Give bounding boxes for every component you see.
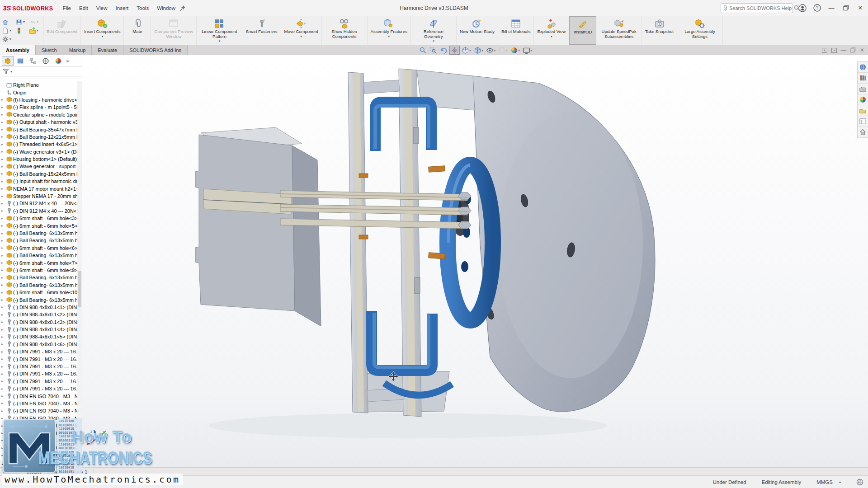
maximize-restore-button[interactable] — [841, 3, 851, 13]
user-account-icon[interactable] — [797, 3, 807, 13]
units-selector[interactable]: MMGS ▴ — [816, 479, 841, 485]
hide-show-items-button[interactable]: ▾ — [485, 46, 496, 55]
tree-item[interactable]: ▸(-) Ball Bearing-15x24x5mm h1 — [0, 170, 77, 178]
expand-arrow-icon[interactable]: ▸ — [1, 202, 6, 206]
show-hidden-components-button[interactable]: Show Hidden Components — [322, 16, 368, 45]
menu-tools[interactable]: Tools — [133, 4, 152, 12]
expand-arrow-icon[interactable]: ▸ — [1, 127, 6, 131]
pane-split-left-icon[interactable] — [822, 48, 827, 53]
help-icon[interactable]: ? — [812, 3, 822, 13]
menu-window[interactable]: Window — [154, 4, 179, 12]
expand-arrow-icon[interactable]: ▸ — [1, 394, 6, 398]
tree-item[interactable]: ▸(-) Flex spline - m 1point5 - 50 — [0, 103, 77, 111]
tree-item[interactable]: ▸Circular spline - module 1poin — [0, 111, 77, 118]
save-button[interactable]: ▾ — [15, 19, 29, 26]
expand-arrow-icon[interactable]: ▸ — [1, 187, 6, 191]
minimize-button[interactable]: — — [826, 3, 836, 13]
expand-arrow-icon[interactable]: ▸ — [1, 239, 6, 243]
expand-arrow-icon[interactable]: ▸ — [1, 157, 6, 161]
panel-tab-display-manager[interactable] — [52, 56, 64, 66]
tree-item[interactable]: ▸(-) 6mm shaft - 6mm hole<5> — [0, 222, 77, 229]
custom-properties-button[interactable] — [858, 127, 868, 138]
dropdown-caret-icon[interactable]: ▾ — [219, 39, 221, 43]
tree-item[interactable]: ▸(-) DIN 912 M4 x 40 --- 20N<3> — [0, 207, 77, 215]
doc-restore-button[interactable] — [850, 47, 856, 53]
exploded-view-button[interactable]: Exploded View▾ — [534, 16, 569, 45]
instant3d-button[interactable]: Instant3D — [569, 16, 596, 45]
tree-item[interactable]: ▸(-) Ball Bearing- 6x13x5mm h1 — [0, 296, 77, 303]
panel-tab-features-tree[interactable] — [2, 56, 14, 66]
expand-arrow-icon[interactable]: ▸ — [1, 98, 6, 102]
tree-item[interactable]: ▸Housing bottom<1> (Default) — [0, 155, 77, 163]
bill-of-materials-button[interactable]: Bill of Materials — [498, 16, 534, 45]
tree-item[interactable]: ▸NEMA 17 motor mount h2<1> — [0, 185, 77, 192]
expand-arrow-icon[interactable]: ▸ — [1, 372, 6, 376]
expand-arrow-icon[interactable]: ▸ — [1, 387, 6, 391]
tree-item[interactable]: ▸(-) DIN 7991 - M3 x 20 --- 16.8N — [0, 385, 77, 392]
reference-geometry-button[interactable]: Reference Geometry▾ — [411, 16, 457, 45]
tree-item[interactable]: ▸(-) 6mm shaft - 6mm hole<9> — [0, 267, 77, 274]
open-button[interactable]: ▾ — [29, 27, 42, 34]
expand-arrow-icon[interactable]: ▸ — [1, 150, 6, 154]
tree-item[interactable]: ▸(-) Ball Bearing- 6x13x5mm h1 — [0, 282, 77, 289]
expand-arrow-icon[interactable]: ▸ — [1, 246, 6, 250]
tree-item[interactable]: ▸(-) DIN 7991 - M3 x 20 --- 16.8N — [0, 378, 77, 385]
expand-arrow-icon[interactable]: ▸ — [1, 365, 6, 369]
previous-view-button[interactable] — [439, 46, 448, 55]
zoom-to-area-button[interactable] — [429, 46, 438, 55]
view-settings-button[interactable]: ▾ — [522, 46, 533, 55]
expand-arrow-icon[interactable]: ▸ — [1, 113, 6, 117]
new-document-button[interactable]: ▾ — [2, 27, 15, 34]
tree-item[interactable]: ▸(-) DIN 7991 - M3 x 20 --- 16.8N — [0, 363, 77, 370]
tree-item[interactable]: ▸(-) 6mm shaft - 6mm hole<6> — [0, 244, 77, 252]
mate-button[interactable]: Mate — [124, 16, 151, 45]
expand-arrow-icon[interactable]: ▸ — [1, 409, 6, 413]
tree-item[interactable]: ▸(-) DIN EN ISO 7040 - M3 - N<2 — [0, 392, 77, 399]
smart-fasteners-button[interactable]: Smart Fasteners — [242, 16, 281, 45]
expand-arrow-icon[interactable]: ▸ — [1, 209, 6, 213]
toolbox-button[interactable] — [858, 84, 868, 94]
expand-arrow-icon[interactable]: ▸ — [1, 320, 6, 324]
tree-item[interactable]: ▸(-) DIN 7991 - M3 x 20 --- 16.8N — [0, 355, 77, 362]
panel-tab-dimxpert[interactable] — [40, 56, 52, 66]
tree-item[interactable]: ▸(-) 6mm shaft - 6mm hole<10: — [0, 289, 77, 296]
tree-vertical-scrollbar[interactable] — [77, 81, 82, 458]
rebuild-button[interactable] — [15, 27, 29, 34]
menu-view[interactable]: View — [93, 4, 111, 12]
tree-item[interactable]: ▸(-) DIN 988-4x8x0.1<1> (DIN 9 — [0, 304, 77, 311]
menu-insert[interactable]: Insert — [113, 4, 132, 12]
pane-split-right-icon[interactable] — [831, 48, 837, 53]
insert-components-button[interactable]: Insert Components▾ — [81, 16, 124, 45]
expand-arrow-icon[interactable]: ▸ — [1, 291, 6, 295]
expand-arrow-icon[interactable]: ▸ — [1, 224, 6, 228]
tab-assembly[interactable]: Assembly — [0, 45, 36, 55]
tree-item[interactable]: ▸(-) Ball Bearing-35x47x7mm h2 — [0, 126, 77, 133]
tree-item[interactable]: ▸(-) Wave generator v3<1> (Def — [0, 148, 77, 155]
view-palette-button[interactable] — [858, 116, 868, 127]
expand-arrow-icon[interactable]: ▸ — [1, 305, 6, 309]
tree-item[interactable]: ▸(-) DIN 988-4x8x0.1<2> (DIN 9 — [0, 311, 77, 318]
expand-arrow-icon[interactable]: ▸ — [1, 350, 6, 354]
expand-arrow-icon[interactable]: ▸ — [1, 164, 6, 169]
take-snapshot-button[interactable]: Take Snapshot — [642, 16, 677, 45]
tree-item[interactable]: ▸(-) DIN 912 M4 x 40 --- 20N<2> — [0, 200, 77, 207]
apply-scene-button[interactable]: ▾ — [509, 46, 521, 55]
zoom-to-fit-button[interactable] — [418, 46, 428, 55]
dropdown-caret-icon[interactable]: ▾ — [433, 39, 434, 43]
expand-arrow-icon[interactable]: ▸ — [1, 357, 6, 361]
panel-tabs-overflow[interactable]: > — [66, 58, 69, 64]
panel-tab-configurations[interactable] — [27, 56, 39, 66]
expand-arrow-icon[interactable]: ▸ — [1, 283, 6, 287]
menu-edit[interactable]: Edit — [76, 4, 91, 12]
expand-arrow-icon[interactable]: ▸ — [1, 298, 6, 302]
tree-item[interactable]: ▸(-) Ball Bearing- 6x13x5mm h1 — [0, 274, 77, 281]
tree-item[interactable]: ▸(-) DIN EN ISO 7040 - M3 - N<4 — [0, 407, 77, 414]
tree-item[interactable]: ▸(-) 6mm shaft - 6mm hole<7> — [0, 259, 77, 266]
section-view-button[interactable] — [449, 46, 460, 55]
expand-arrow-icon[interactable]: ▸ — [1, 328, 6, 332]
tree-item[interactable]: ▸(-) DIN 988-4x8x0.1<3> (DIN 9 — [0, 319, 77, 326]
tree-item[interactable]: ▸(-) DIN 988-4x8x0.1<6> (DIN 9 — [0, 341, 77, 348]
move-component-button[interactable]: Move Component▾ — [281, 16, 322, 45]
linear-component-pattern-button[interactable]: Linear Component Pattern▾ — [197, 16, 242, 45]
tree-item[interactable]: ▸(-) Output shaft - harmonic v3 — [0, 118, 77, 126]
